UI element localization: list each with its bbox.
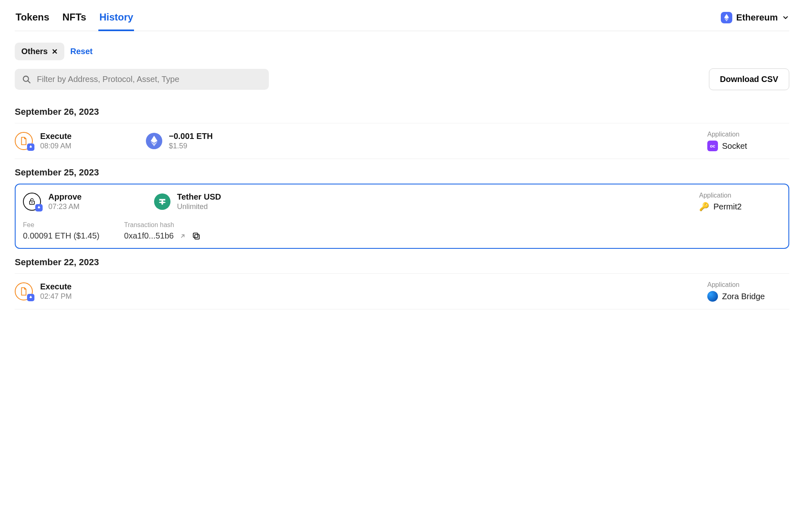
svg-point-3 — [32, 202, 33, 203]
application-name: Socket — [722, 141, 747, 151]
svg-rect-5 — [193, 233, 198, 237]
chain-badge-icon — [27, 294, 34, 301]
application-name: Zora Bridge — [722, 292, 765, 301]
search-box[interactable] — [15, 69, 269, 90]
socket-app-icon: oc — [707, 141, 718, 151]
hash-value[interactable]: 0xa1f0...51b6 — [124, 231, 174, 241]
tx-title: Execute — [40, 132, 72, 141]
fee-label: Fee — [23, 221, 100, 229]
tx-time: 08:09 AM — [40, 142, 72, 150]
fee-value: 0.00091 ETH ($1.45) — [23, 231, 100, 241]
tab-nfts[interactable]: NFTs — [61, 7, 87, 31]
asset-usd: $1.59 — [169, 142, 213, 150]
date-heading: September 26, 2023 — [15, 107, 789, 117]
network-name: Ethereum — [736, 12, 778, 23]
search-input[interactable] — [37, 75, 261, 84]
search-icon — [22, 75, 31, 84]
application-label: Application — [707, 281, 789, 289]
external-link-icon[interactable] — [179, 233, 186, 239]
tx-time: 07:23 AM — [48, 202, 82, 211]
date-heading: September 25, 2023 — [15, 167, 789, 178]
eth-coin-icon — [146, 133, 162, 149]
download-csv-button[interactable]: Download CSV — [709, 68, 789, 90]
asset-amount: −0.001 ETH — [169, 132, 213, 141]
chevron-down-icon — [782, 14, 789, 21]
hash-label: Transaction hash — [124, 221, 201, 229]
application-label: Application — [707, 131, 789, 138]
tx-time: 02:47 PM — [40, 292, 72, 301]
tx-title: Approve — [48, 192, 82, 202]
tx-title: Execute — [40, 282, 72, 291]
application-name: Permit2 — [713, 202, 742, 211]
date-heading: September 22, 2023 — [15, 257, 789, 268]
execute-icon — [15, 282, 33, 300]
chain-badge-icon — [35, 204, 43, 211]
copy-icon[interactable] — [192, 232, 201, 241]
filter-chip-others[interactable]: Others ✕ — [15, 43, 64, 60]
tabs: Tokens NFTs History — [15, 7, 134, 31]
transaction-row[interactable]: Execute 08:09 AM −0.001 ETH $1.59 Applic… — [15, 123, 789, 159]
tab-history[interactable]: History — [98, 7, 134, 31]
approve-icon — [23, 193, 41, 211]
reset-filters[interactable]: Reset — [70, 47, 92, 56]
ethereum-icon — [721, 12, 732, 23]
filter-chip-label: Others — [21, 47, 48, 56]
usdt-coin-icon — [154, 193, 170, 210]
svg-line-1 — [28, 80, 30, 83]
asset-amount: Unlimited — [177, 202, 221, 211]
chain-badge-icon — [27, 143, 34, 151]
svg-rect-4 — [195, 234, 199, 239]
key-icon: 🔑 — [699, 202, 709, 211]
application-label: Application — [699, 192, 781, 199]
tab-tokens[interactable]: Tokens — [15, 7, 50, 31]
transaction-row[interactable]: Execute 02:47 PM Application Zora Bridge — [15, 273, 789, 309]
execute-icon — [15, 132, 33, 150]
network-dropdown[interactable]: Ethereum — [721, 12, 789, 27]
asset-name: Tether USD — [177, 192, 221, 202]
zora-app-icon — [707, 291, 718, 302]
transaction-row-expanded[interactable]: Approve 07:23 AM Tether USD Unlimited Ap… — [15, 184, 789, 249]
close-icon[interactable]: ✕ — [52, 47, 58, 56]
